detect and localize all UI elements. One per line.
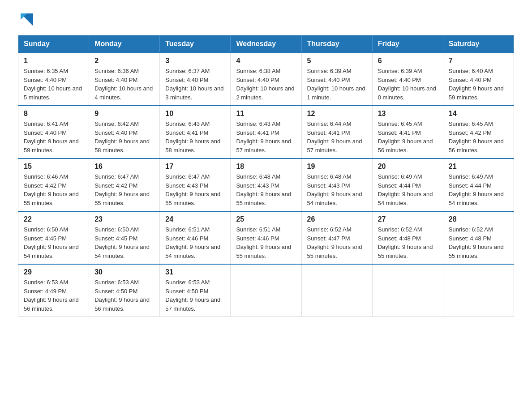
calendar-cell	[372, 264, 443, 317]
calendar-cell: 26 Sunrise: 6:52 AMSunset: 4:47 PMDaylig…	[301, 211, 372, 264]
week-row-3: 15 Sunrise: 6:46 AMSunset: 4:42 PMDaylig…	[18, 158, 514, 211]
day-number: 2	[94, 57, 154, 65]
calendar-cell	[301, 264, 372, 317]
calendar-cell: 14 Sunrise: 6:45 AMSunset: 4:42 PMDaylig…	[443, 106, 514, 158]
calendar-cell: 7 Sunrise: 6:40 AMSunset: 4:40 PMDayligh…	[443, 53, 514, 106]
day-info: Sunrise: 6:43 AMSunset: 4:41 PMDaylight:…	[165, 120, 225, 154]
weekday-header-monday: Monday	[89, 35, 160, 53]
weekday-header-saturday: Saturday	[443, 35, 514, 53]
day-info: Sunrise: 6:46 AMSunset: 4:42 PMDaylight:…	[24, 172, 83, 207]
day-number: 18	[236, 163, 296, 171]
day-info: Sunrise: 6:49 AMSunset: 4:44 PMDaylight:…	[378, 172, 438, 207]
day-number: 21	[449, 163, 508, 171]
calendar-cell: 24 Sunrise: 6:51 AMSunset: 4:46 PMDaylig…	[160, 211, 231, 264]
calendar-cell: 20 Sunrise: 6:49 AMSunset: 4:44 PMDaylig…	[372, 158, 443, 211]
day-number: 16	[94, 163, 154, 171]
calendar-cell: 10 Sunrise: 6:43 AMSunset: 4:41 PMDaylig…	[160, 106, 231, 158]
day-info: Sunrise: 6:47 AMSunset: 4:43 PMDaylight:…	[165, 172, 225, 207]
calendar-cell	[443, 264, 514, 317]
calendar-cell: 8 Sunrise: 6:41 AMSunset: 4:40 PMDayligh…	[18, 106, 89, 158]
day-info: Sunrise: 6:52 AMSunset: 4:48 PMDaylight:…	[378, 225, 438, 260]
day-info: Sunrise: 6:37 AMSunset: 4:40 PMDaylight:…	[165, 67, 225, 102]
weekday-header-wednesday: Wednesday	[231, 35, 301, 53]
weekday-header-friday: Friday	[372, 35, 443, 53]
day-number: 3	[165, 57, 225, 65]
day-info: Sunrise: 6:50 AMSunset: 4:45 PMDaylight:…	[94, 225, 154, 260]
day-number: 30	[94, 268, 154, 276]
day-info: Sunrise: 6:51 AMSunset: 4:46 PMDaylight:…	[236, 225, 296, 260]
calendar-cell: 3 Sunrise: 6:37 AMSunset: 4:40 PMDayligh…	[160, 53, 231, 106]
logo-icon	[21, 13, 33, 26]
calendar-cell: 30 Sunrise: 6:53 AMSunset: 4:50 PMDaylig…	[89, 264, 160, 317]
calendar-cell: 28 Sunrise: 6:52 AMSunset: 4:48 PMDaylig…	[443, 211, 514, 264]
calendar-cell: 9 Sunrise: 6:42 AMSunset: 4:40 PMDayligh…	[89, 106, 160, 158]
calendar-cell: 17 Sunrise: 6:47 AMSunset: 4:43 PMDaylig…	[160, 158, 231, 211]
day-info: Sunrise: 6:36 AMSunset: 4:40 PMDaylight:…	[94, 67, 154, 102]
day-number: 31	[165, 268, 225, 276]
day-number: 9	[94, 110, 154, 118]
day-info: Sunrise: 6:49 AMSunset: 4:44 PMDaylight:…	[449, 172, 508, 207]
day-info: Sunrise: 6:45 AMSunset: 4:42 PMDaylight:…	[449, 120, 508, 154]
day-number: 23	[94, 215, 154, 223]
calendar-cell: 11 Sunrise: 6:43 AMSunset: 4:41 PMDaylig…	[231, 106, 301, 158]
day-info: Sunrise: 6:40 AMSunset: 4:40 PMDaylight:…	[449, 67, 508, 102]
day-info: Sunrise: 6:35 AMSunset: 4:40 PMDaylight:…	[24, 67, 83, 102]
page-header	[18, 13, 514, 26]
calendar-cell: 23 Sunrise: 6:50 AMSunset: 4:45 PMDaylig…	[89, 211, 160, 264]
day-number: 28	[449, 215, 508, 223]
day-number: 1	[24, 57, 83, 65]
day-info: Sunrise: 6:53 AMSunset: 4:50 PMDaylight:…	[165, 278, 225, 313]
day-info: Sunrise: 6:53 AMSunset: 4:50 PMDaylight:…	[94, 278, 154, 313]
week-row-1: 1 Sunrise: 6:35 AMSunset: 4:40 PMDayligh…	[18, 53, 514, 106]
calendar-cell: 6 Sunrise: 6:39 AMSunset: 4:40 PMDayligh…	[372, 53, 443, 106]
calendar-cell: 12 Sunrise: 6:44 AMSunset: 4:41 PMDaylig…	[301, 106, 372, 158]
day-number: 25	[236, 215, 296, 223]
calendar-cell: 2 Sunrise: 6:36 AMSunset: 4:40 PMDayligh…	[89, 53, 160, 106]
day-info: Sunrise: 6:38 AMSunset: 4:40 PMDaylight:…	[236, 67, 296, 102]
day-info: Sunrise: 6:50 AMSunset: 4:45 PMDaylight:…	[24, 225, 83, 260]
day-info: Sunrise: 6:39 AMSunset: 4:40 PMDaylight:…	[307, 67, 367, 102]
day-info: Sunrise: 6:51 AMSunset: 4:46 PMDaylight:…	[165, 225, 225, 260]
calendar-cell: 29 Sunrise: 6:53 AMSunset: 4:49 PMDaylig…	[18, 264, 89, 317]
day-info: Sunrise: 6:52 AMSunset: 4:47 PMDaylight:…	[307, 225, 367, 260]
day-info: Sunrise: 6:53 AMSunset: 4:49 PMDaylight:…	[24, 278, 83, 313]
day-info: Sunrise: 6:41 AMSunset: 4:40 PMDaylight:…	[24, 120, 83, 154]
weekday-header-row: SundayMondayTuesdayWednesdayThursdayFrid…	[18, 35, 514, 53]
day-info: Sunrise: 6:48 AMSunset: 4:43 PMDaylight:…	[307, 172, 367, 207]
calendar-cell: 15 Sunrise: 6:46 AMSunset: 4:42 PMDaylig…	[18, 158, 89, 211]
calendar-cell	[231, 264, 301, 317]
day-number: 6	[378, 57, 438, 65]
day-info: Sunrise: 6:45 AMSunset: 4:41 PMDaylight:…	[378, 120, 438, 154]
day-number: 7	[449, 57, 508, 65]
day-info: Sunrise: 6:44 AMSunset: 4:41 PMDaylight:…	[307, 120, 367, 154]
day-info: Sunrise: 6:52 AMSunset: 4:48 PMDaylight:…	[449, 225, 508, 260]
weekday-header-sunday: Sunday	[18, 35, 89, 53]
day-number: 5	[307, 57, 367, 65]
weekday-header-tuesday: Tuesday	[160, 35, 231, 53]
day-number: 4	[236, 57, 296, 65]
calendar-cell: 13 Sunrise: 6:45 AMSunset: 4:41 PMDaylig…	[372, 106, 443, 158]
calendar-header: SundayMondayTuesdayWednesdayThursdayFrid…	[18, 35, 514, 53]
calendar-cell: 31 Sunrise: 6:53 AMSunset: 4:50 PMDaylig…	[160, 264, 231, 317]
logo	[18, 13, 35, 26]
day-number: 22	[24, 215, 83, 223]
calendar-cell: 25 Sunrise: 6:51 AMSunset: 4:46 PMDaylig…	[231, 211, 301, 264]
day-number: 10	[165, 110, 225, 118]
week-row-4: 22 Sunrise: 6:50 AMSunset: 4:45 PMDaylig…	[18, 211, 514, 264]
calendar-body: 1 Sunrise: 6:35 AMSunset: 4:40 PMDayligh…	[18, 53, 514, 317]
day-number: 20	[378, 163, 438, 171]
day-number: 29	[24, 268, 83, 276]
day-info: Sunrise: 6:47 AMSunset: 4:42 PMDaylight:…	[94, 172, 154, 207]
calendar-cell: 21 Sunrise: 6:49 AMSunset: 4:44 PMDaylig…	[443, 158, 514, 211]
calendar-cell: 18 Sunrise: 6:48 AMSunset: 4:43 PMDaylig…	[231, 158, 301, 211]
calendar-cell: 22 Sunrise: 6:50 AMSunset: 4:45 PMDaylig…	[18, 211, 89, 264]
day-number: 8	[24, 110, 83, 118]
day-number: 27	[378, 215, 438, 223]
calendar-cell: 16 Sunrise: 6:47 AMSunset: 4:42 PMDaylig…	[89, 158, 160, 211]
calendar-cell: 1 Sunrise: 6:35 AMSunset: 4:40 PMDayligh…	[18, 53, 89, 106]
calendar-cell: 4 Sunrise: 6:38 AMSunset: 4:40 PMDayligh…	[231, 53, 301, 106]
day-info: Sunrise: 6:43 AMSunset: 4:41 PMDaylight:…	[236, 120, 296, 154]
day-number: 26	[307, 215, 367, 223]
calendar-cell: 19 Sunrise: 6:48 AMSunset: 4:43 PMDaylig…	[301, 158, 372, 211]
calendar-cell: 27 Sunrise: 6:52 AMSunset: 4:48 PMDaylig…	[372, 211, 443, 264]
